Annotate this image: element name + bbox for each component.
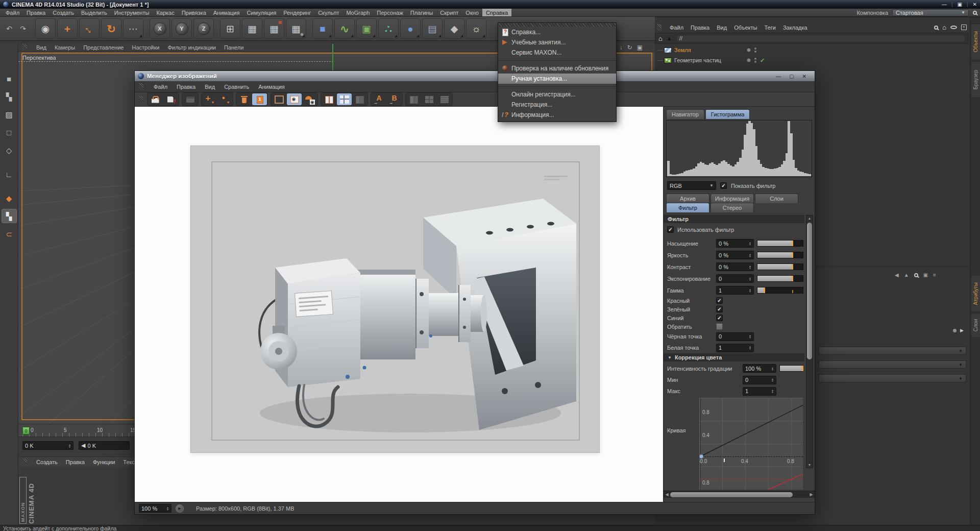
value-field[interactable]: 0 %▲▼ (716, 251, 754, 259)
model-mode-button[interactable]: ▚ (2, 89, 17, 104)
image-canvas[interactable] (135, 107, 664, 502)
picture-viewer-menu-item[interactable]: Файл (154, 84, 167, 90)
single-pass-button[interactable] (252, 93, 267, 105)
attribute-row[interactable]: ▼ (819, 360, 966, 369)
add-plane-button[interactable]: ▤ (422, 18, 443, 39)
value-field[interactable]: 0 %▲▼ (716, 262, 754, 271)
search-icon[interactable] (973, 11, 977, 15)
object-row[interactable]: Земля (658, 45, 811, 55)
home-icon[interactable]: ⌂ (658, 35, 663, 42)
viewport-menu-item[interactable]: Настройки (132, 44, 159, 51)
slider-marker[interactable] (792, 252, 793, 258)
use-filter-checkbox[interactable]: ✓ (667, 226, 674, 233)
drag-grip-icon[interactable] (139, 96, 143, 103)
slider[interactable] (757, 240, 803, 247)
render-view-button[interactable]: ▦ (242, 18, 262, 39)
up-arrow-icon[interactable]: ▲ (667, 35, 672, 41)
stepper-icon[interactable]: ▲▼ (749, 277, 751, 281)
dock-tab-Слои[interactable]: Слои (971, 313, 980, 337)
scale-tool-button[interactable]: ↔ (79, 18, 100, 39)
texture-mode-button[interactable]: ▨ (2, 107, 17, 122)
compare-grid-button[interactable] (337, 93, 352, 105)
picture-viewer-titlebar[interactable]: Менеджер изображений — ▢ ✕ (135, 71, 815, 81)
slider-marker[interactable] (764, 287, 765, 293)
filter-checkbox[interactable]: ✓ (716, 306, 723, 312)
add-icon[interactable]: + (961, 25, 967, 30)
menubar-item[interactable]: Плагины (407, 9, 437, 16)
stepper-icon[interactable]: ▲▼ (771, 378, 774, 382)
slider[interactable] (757, 287, 803, 294)
stepper-icon[interactable]: ▲▼ (771, 367, 774, 371)
panel-tab-Слои[interactable]: Слои (755, 194, 798, 203)
open-file-button[interactable] (148, 93, 163, 105)
menubar-item[interactable]: Справка (482, 9, 511, 16)
workplane-button[interactable]: □ (2, 125, 17, 139)
object-manager-menu-item[interactable]: Закладка (783, 25, 807, 31)
lock-y-button[interactable]: Y (172, 18, 192, 39)
add-sphere-button[interactable]: ● (400, 18, 421, 39)
timeline-marker[interactable]: 0 (22, 427, 30, 435)
stepper-icon[interactable]: ▲▼ (771, 389, 774, 393)
scrollbar-thumb[interactable] (807, 223, 812, 359)
ram-player-button[interactable] (183, 93, 198, 105)
viewport-menu-item[interactable]: Вид (36, 44, 46, 51)
curve-graph[interactable]: 0.8 0.4 -0.0 0.4 0.8 0.8 (699, 398, 803, 490)
compare-ab-button[interactable] (322, 93, 336, 105)
back-icon[interactable]: ◀ (895, 272, 899, 278)
menubar-item[interactable]: Симуляция (243, 9, 280, 16)
channel-select[interactable]: RGB ▼ (667, 181, 716, 190)
scroll-right-icon[interactable]: ▶ (808, 492, 815, 497)
uv-mode-button[interactable]: ▚ (2, 209, 17, 223)
layout-list-button[interactable] (437, 93, 452, 105)
render-settings-button[interactable]: ▦ (286, 18, 306, 39)
visibility-dot-icon[interactable] (747, 48, 751, 52)
panel-tab-Фильтр[interactable]: Фильтр (666, 203, 709, 212)
slider[interactable] (757, 275, 803, 282)
layout-select[interactable]: Стартовая ▼ (892, 9, 969, 16)
slider-marker[interactable] (792, 264, 793, 270)
vertical-scrollbar[interactable]: ▲ ▼ (806, 215, 813, 468)
show-filter-checkbox[interactable]: ✓ (720, 182, 727, 189)
dock-tab-Гистограмма[interactable]: Гистограмма (705, 109, 750, 119)
rotate-view-icon[interactable]: ↻ (627, 44, 632, 51)
add-particles-button[interactable]: ∴ (378, 18, 399, 39)
dock-tab-Объекты[interactable]: Объекты (971, 23, 980, 60)
picture-viewer-menu-item[interactable]: Анимация (258, 84, 285, 90)
lock-x-button[interactable]: X (150, 18, 170, 39)
object-manager-menu-item[interactable]: Теги (765, 25, 776, 31)
drag-grip-icon[interactable] (657, 24, 662, 31)
menubar-item[interactable]: Привязка (178, 9, 210, 16)
slider-marker[interactable] (792, 240, 793, 246)
filter-checkbox[interactable] (716, 323, 723, 330)
stepper-icon[interactable]: ▲▼ (749, 334, 751, 339)
close-icon[interactable]: ✕ (802, 74, 806, 79)
filter-compare-button[interactable] (302, 93, 317, 105)
frame-field[interactable]: 0 K▲▼ (22, 441, 74, 450)
menubar-item[interactable]: Персонаж (373, 9, 406, 16)
value-field[interactable]: 0▲▼ (743, 376, 776, 384)
material-menu-item[interactable]: Создать (36, 459, 58, 465)
minimize-icon[interactable]: — (776, 74, 781, 79)
search-icon[interactable] (934, 26, 938, 30)
list-icon[interactable]: ≡ (933, 272, 936, 278)
render-picture-viewer-button[interactable]: ▦ (264, 18, 284, 39)
drag-grip-icon[interactable] (22, 458, 27, 465)
value-field[interactable]: 0▲▼ (716, 274, 754, 283)
slider[interactable] (779, 365, 803, 372)
slider[interactable] (757, 252, 803, 258)
eye-icon[interactable] (950, 26, 957, 29)
collapse-arrow-icon[interactable]: ◀ (81, 442, 85, 449)
zoom-field[interactable]: 100 % ▲▼ (139, 504, 172, 513)
menubar-item[interactable]: Правка (23, 9, 49, 16)
delete-image-button[interactable] (237, 93, 252, 105)
snap-button[interactable]: ⊂ (2, 227, 17, 241)
viewport-menu-item[interactable]: Представление (83, 44, 124, 51)
viewport-menu-item[interactable]: Фильтр индикации (167, 44, 216, 51)
menubar-item[interactable]: Инструменты (111, 9, 153, 16)
stepper-icon[interactable]: ▲▼ (68, 444, 71, 448)
panel-tab-Архив[interactable]: Архив (666, 194, 709, 203)
enabled-check-icon[interactable]: ✓ (760, 57, 765, 64)
value-field[interactable]: 1▲▼ (743, 387, 776, 396)
arrow-icon[interactable]: ▶ (960, 328, 964, 333)
save-image-button[interactable] (163, 93, 178, 105)
